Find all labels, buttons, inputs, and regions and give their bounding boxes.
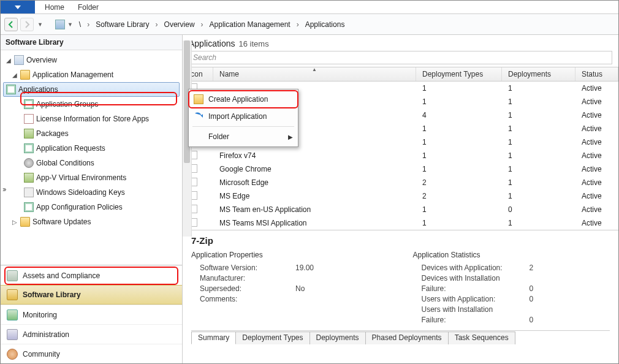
- stat-value: [530, 305, 610, 315]
- tab-deployment-types[interactable]: Deployment Types: [235, 332, 310, 344]
- table-row[interactable]: Google Chrome11Active: [183, 162, 618, 176]
- workspace-assets[interactable]: Assets and Compliance: [1, 265, 182, 285]
- ctx-create-application[interactable]: Create Application: [190, 91, 297, 108]
- cell-deployments: 1: [502, 151, 575, 160]
- nav-back-button[interactable]: [4, 18, 18, 31]
- search-input[interactable]: Search: [189, 51, 612, 64]
- breadcrumb-item[interactable]: Software Library: [96, 20, 149, 29]
- ctx-import-application[interactable]: Import Application: [190, 108, 297, 125]
- search-placeholder: Search: [193, 53, 216, 62]
- tree-item-overview[interactable]: ◢ Overview: [1, 53, 182, 67]
- breadcrumb-dropdown-icon[interactable]: ▼: [67, 21, 73, 28]
- cell-deployments: 0: [502, 205, 575, 214]
- import-arrow-icon: [194, 112, 203, 121]
- breadcrumb-root[interactable]: \: [79, 20, 81, 29]
- tree-label: License Information for Store Apps: [36, 115, 149, 123]
- details-title: 7-Zip: [191, 235, 610, 246]
- workspace-label: Community: [23, 350, 60, 358]
- globe-icon: [24, 158, 34, 168]
- tree-item-license-info[interactable]: License Information for Store Apps: [1, 112, 182, 126]
- cell-name: MS Team en-US Application: [213, 205, 416, 214]
- ctx-label: Folder: [208, 132, 229, 141]
- stat-value: 0: [530, 284, 610, 294]
- blank-icon: [194, 132, 203, 142]
- prop-value: No: [295, 284, 389, 294]
- tree-item-applications[interactable]: Applications: [3, 82, 180, 97]
- nav-forward-button[interactable]: [20, 18, 34, 31]
- breadcrumb-root-icon[interactable]: [55, 20, 65, 29]
- cell-status: Active: [575, 165, 618, 173]
- column-header-name[interactable]: Name▲: [213, 67, 416, 81]
- breadcrumb-item[interactable]: Applications: [305, 20, 345, 29]
- cell-deployment-types: 2: [416, 192, 502, 200]
- tree-item-software-updates[interactable]: ▷ Software Updates: [1, 214, 182, 229]
- tree-item-global-conditions[interactable]: Global Conditions: [1, 156, 182, 170]
- workspace-administration[interactable]: Administration: [1, 324, 182, 344]
- prop-value: [295, 273, 389, 284]
- expand-icon[interactable]: ▷: [12, 219, 18, 226]
- key-icon: [24, 188, 34, 197]
- cell-status: Active: [575, 219, 618, 227]
- prop-key: Software Version:: [191, 263, 295, 273]
- workspace-community[interactable]: Community: [1, 344, 182, 363]
- monitoring-icon: [7, 309, 18, 320]
- cell-deployments: 1: [502, 192, 575, 200]
- ribbon-tab-home[interactable]: Home: [45, 3, 64, 12]
- details-pane: 7-Zip Application Properties Software Ve…: [183, 230, 618, 344]
- expand-handle-icon[interactable]: ››: [2, 184, 6, 194]
- table-row[interactable]: MS Edge21Active: [183, 189, 618, 203]
- cell-name: Firefox v74: [213, 151, 416, 160]
- table-row[interactable]: MS Team en-US Application10Active: [183, 203, 618, 216]
- prop-value: [295, 294, 389, 305]
- tree-label: Application Management: [32, 70, 113, 79]
- sidebar: Software Library ◢ Overview ◢ Applicatio…: [1, 35, 183, 363]
- tab-task-sequences[interactable]: Task Sequences: [448, 332, 515, 344]
- table-row[interactable]: Firefox v7411Active: [183, 149, 618, 162]
- cell-status: Active: [575, 192, 618, 200]
- nav-dropdown-icon[interactable]: ▼: [36, 21, 44, 28]
- application-group-icon: [24, 99, 34, 109]
- policy-icon: [24, 202, 34, 212]
- chevron-right-icon: ›: [297, 20, 299, 29]
- tree-item-application-groups[interactable]: Application Groups: [1, 97, 182, 112]
- cell-deployment-types: 1: [416, 165, 502, 173]
- license-icon: [24, 114, 34, 124]
- tree-item-packages[interactable]: Packages: [1, 126, 182, 141]
- overview-icon: [14, 55, 24, 65]
- tree-item-app-requests[interactable]: Application Requests: [1, 141, 182, 156]
- application-menu-button[interactable]: [1, 1, 35, 13]
- tab-phased-deployments[interactable]: Phased Deployments: [365, 332, 449, 344]
- workspace-monitoring[interactable]: Monitoring: [1, 305, 182, 324]
- breadcrumb-item[interactable]: Overview: [164, 20, 195, 29]
- table-row[interactable]: Microsoft Edge21Active: [183, 176, 618, 189]
- context-menu: Create Application Import Application Fo…: [188, 89, 298, 147]
- cell-deployment-types: 1: [416, 97, 502, 106]
- collapse-icon[interactable]: ◢: [6, 57, 12, 64]
- stat-value: 0: [530, 294, 610, 305]
- ribbon-tab-folder[interactable]: Folder: [78, 3, 99, 12]
- breadcrumb-item[interactable]: Application Management: [210, 20, 291, 29]
- cell-deployment-types: 2: [416, 178, 502, 187]
- table-row[interactable]: MS Teams MSI Application11Active: [183, 216, 618, 230]
- column-headers: Icon Name▲ Deployment Types Deployments …: [183, 67, 618, 82]
- create-icon: [194, 94, 203, 104]
- column-header-status[interactable]: Status: [575, 67, 618, 81]
- tree-item-appv[interactable]: App-V Virtual Environments: [1, 170, 182, 185]
- tree-label: App Configuration Policies: [36, 203, 123, 211]
- ctx-folder[interactable]: Folder ▶: [190, 128, 297, 145]
- collapse-icon[interactable]: ◢: [12, 72, 18, 78]
- column-header-deployments[interactable]: Deployments: [502, 67, 575, 81]
- assets-icon: [7, 270, 18, 281]
- stat-key: Devices with Application:: [413, 263, 530, 273]
- tree-item-app-config-policies[interactable]: App Configuration Policies: [1, 200, 182, 214]
- cell-deployment-types: 1: [416, 84, 502, 93]
- workspace-software-library[interactable]: Software Library: [1, 285, 182, 305]
- content-pane: Applications 16 items Search Icon Name▲ …: [183, 35, 618, 363]
- tab-deployments[interactable]: Deployments: [310, 332, 366, 344]
- tab-summary[interactable]: Summary: [191, 332, 236, 344]
- column-header-deployment-types[interactable]: Deployment Types: [416, 67, 502, 81]
- stat-key: Users with Installation: [413, 305, 530, 315]
- tree-item-sideloading-keys[interactable]: Windows Sideloading Keys: [1, 185, 182, 200]
- tree-item-app-management[interactable]: ◢ Application Management: [1, 67, 182, 82]
- workspace-label: Software Library: [23, 290, 81, 299]
